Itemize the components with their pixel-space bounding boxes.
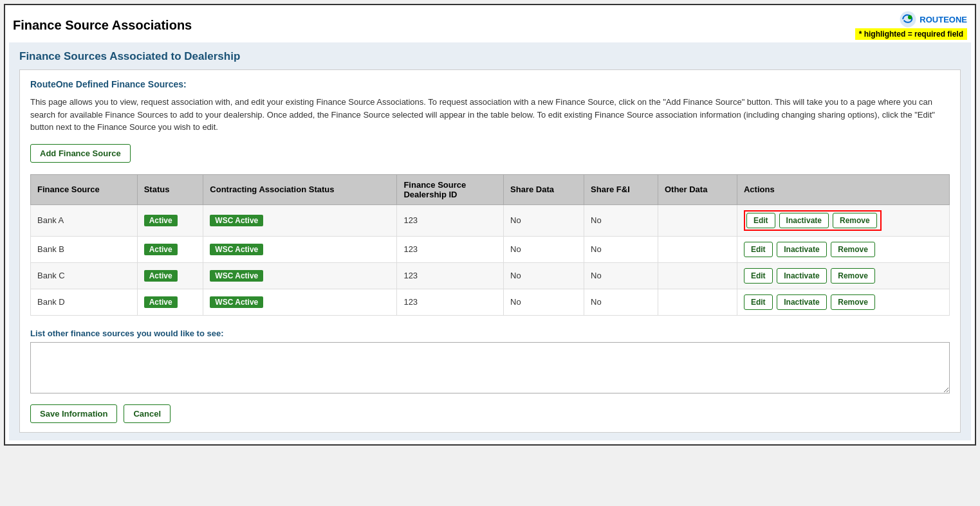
remove-button[interactable]: Remove bbox=[831, 294, 875, 310]
list-other-label: List other finance sources you would lik… bbox=[30, 329, 950, 338]
cell-share-data: No bbox=[504, 289, 584, 315]
routeone-logo: ROUTEONE bbox=[899, 10, 967, 28]
cell-finance-source: Bank B bbox=[31, 236, 138, 262]
page-title: Finance Source Associations bbox=[13, 18, 192, 33]
col-share-data: Share Data bbox=[504, 174, 584, 204]
table-header-row: Finance Source Status Contracting Associ… bbox=[31, 174, 950, 204]
status-badge: Active bbox=[144, 244, 178, 255]
col-finance-source: Finance Source bbox=[31, 174, 138, 204]
description-text: This page allows you to view, request as… bbox=[30, 96, 950, 134]
subsection-title: RouteOne Defined Finance Sources: bbox=[30, 79, 950, 89]
save-information-button[interactable]: Save Information bbox=[30, 404, 117, 423]
top-right-area: ROUTEONE * highlighted = required field bbox=[855, 10, 967, 40]
cell-actions: Edit Inactivate Remove bbox=[737, 262, 949, 289]
cell-finance-source: Bank D bbox=[31, 289, 138, 315]
remove-button[interactable]: Remove bbox=[831, 242, 875, 257]
logo-text: ROUTEONE bbox=[920, 15, 967, 24]
cell-contracting-status: WSC Active bbox=[203, 289, 397, 315]
cell-status: Active bbox=[137, 236, 203, 262]
cell-actions: Edit Inactivate Remove bbox=[737, 236, 949, 262]
status-badge: Active bbox=[144, 215, 178, 226]
col-contracting-status: Contracting Association Status bbox=[203, 174, 397, 204]
remove-button[interactable]: Remove bbox=[833, 213, 877, 228]
cell-share-fi: No bbox=[584, 236, 658, 262]
table-row: Bank BActiveWSC Active123NoNo Edit Inact… bbox=[31, 236, 950, 262]
cell-share-fi: No bbox=[584, 289, 658, 315]
cancel-button[interactable]: Cancel bbox=[124, 404, 171, 423]
col-actions: Actions bbox=[737, 174, 949, 204]
required-field-note: * highlighted = required field bbox=[855, 28, 967, 40]
finance-sources-table: Finance Source Status Contracting Associ… bbox=[30, 174, 950, 316]
cell-finance-source: Bank A bbox=[31, 204, 138, 236]
top-header: Finance Source Associations ROUTEONE * h… bbox=[5, 5, 975, 42]
cell-actions: Edit Inactivate Remove bbox=[737, 204, 949, 236]
inactivate-button[interactable]: Inactivate bbox=[777, 242, 826, 257]
routeone-logo-icon bbox=[899, 10, 917, 28]
cell-other-data bbox=[658, 289, 737, 315]
edit-button[interactable]: Edit bbox=[746, 213, 775, 228]
cell-dealership-id: 123 bbox=[397, 236, 504, 262]
cell-status: Active bbox=[137, 204, 203, 236]
col-share-fi: Share F&I bbox=[584, 174, 658, 204]
col-status: Status bbox=[137, 174, 203, 204]
inactivate-button[interactable]: Inactivate bbox=[779, 213, 829, 228]
page-container: Finance Source Associations ROUTEONE * h… bbox=[4, 4, 976, 446]
cell-share-data: No bbox=[504, 262, 584, 289]
cell-contracting-status: WSC Active bbox=[203, 236, 397, 262]
bottom-buttons: Save Information Cancel bbox=[30, 404, 950, 423]
status-badge: Active bbox=[144, 270, 178, 282]
cell-other-data bbox=[658, 262, 737, 289]
table-row: Bank AActiveWSC Active123NoNo Edit Inact… bbox=[31, 204, 950, 236]
main-content: Finance Sources Associated to Dealership… bbox=[9, 42, 971, 440]
section-title: Finance Sources Associated to Dealership bbox=[19, 50, 961, 63]
col-other-data: Other Data bbox=[658, 174, 737, 204]
edit-button[interactable]: Edit bbox=[744, 268, 773, 284]
table-row: Bank DActiveWSC Active123NoNo Edit Inact… bbox=[31, 289, 950, 315]
cell-dealership-id: 123 bbox=[397, 289, 504, 315]
wsc-badge: WSC Active bbox=[210, 215, 263, 226]
cell-share-data: No bbox=[504, 236, 584, 262]
inactivate-button[interactable]: Inactivate bbox=[777, 268, 826, 284]
cell-status: Active bbox=[137, 289, 203, 315]
list-other-textarea[interactable] bbox=[30, 342, 950, 393]
wsc-badge: WSC Active bbox=[210, 296, 263, 308]
wsc-badge: WSC Active bbox=[210, 270, 263, 282]
table-header: Finance Source Status Contracting Associ… bbox=[31, 174, 950, 204]
svg-point-1 bbox=[908, 15, 912, 19]
remove-button[interactable]: Remove bbox=[831, 268, 875, 284]
cell-share-fi: No bbox=[584, 262, 658, 289]
white-panel: RouteOne Defined Finance Sources: This p… bbox=[19, 69, 961, 433]
cell-other-data bbox=[658, 204, 737, 236]
cell-actions: Edit Inactivate Remove bbox=[737, 289, 949, 315]
cell-dealership-id: 123 bbox=[397, 262, 504, 289]
add-finance-source-button[interactable]: Add Finance Source bbox=[30, 144, 131, 163]
actions-highlight-border: Edit Inactivate Remove bbox=[744, 210, 882, 231]
cell-finance-source: Bank C bbox=[31, 262, 138, 289]
status-badge: Active bbox=[144, 296, 178, 308]
cell-contracting-status: WSC Active bbox=[203, 204, 397, 236]
cell-share-data: No bbox=[504, 204, 584, 236]
cell-contracting-status: WSC Active bbox=[203, 262, 397, 289]
cell-status: Active bbox=[137, 262, 203, 289]
cell-dealership-id: 123 bbox=[397, 204, 504, 236]
edit-button[interactable]: Edit bbox=[744, 242, 773, 257]
cell-other-data bbox=[658, 236, 737, 262]
wsc-badge: WSC Active bbox=[210, 244, 263, 255]
table-body: Bank AActiveWSC Active123NoNo Edit Inact… bbox=[31, 204, 950, 315]
table-row: Bank CActiveWSC Active123NoNo Edit Inact… bbox=[31, 262, 950, 289]
inactivate-button[interactable]: Inactivate bbox=[777, 294, 826, 310]
col-dealership-id: Finance SourceDealership ID bbox=[397, 174, 504, 204]
edit-button[interactable]: Edit bbox=[744, 294, 773, 310]
cell-share-fi: No bbox=[584, 204, 658, 236]
